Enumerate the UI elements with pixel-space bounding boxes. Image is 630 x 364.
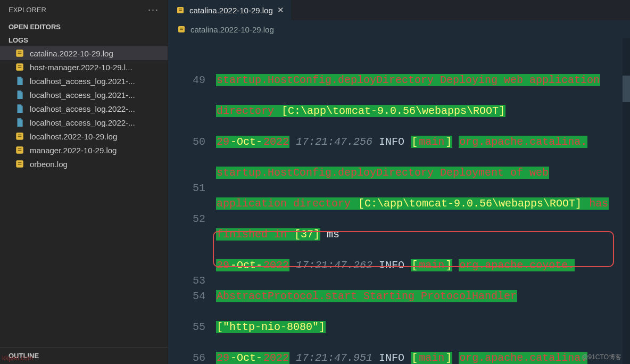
file-name: localhost_access_log.2022-... [30,118,135,127]
log-icon [15,145,24,155]
file-icon [15,118,24,127]
watermark2: kkpan.com [2,354,33,362]
file-item[interactable]: localhost_access_log.2021-... [0,88,168,102]
svg-rect-11 [18,150,22,151]
breadcrumb-label: catalina.2022-10-29.log [190,25,274,34]
explorer-header: EXPLORER ··· [0,0,168,20]
file-icon [15,90,24,100]
editor-area: catalina.2022-10-29.log ✕ catalina.2022-… [168,0,630,364]
file-item[interactable]: catalina.2022-10-29.log [0,46,168,60]
gutter: 49 50 51 52 53 54 55 56 [168,38,216,364]
file-name: localhost_access_log.2021-... [30,90,135,100]
log-icon [176,5,185,15]
file-name: localhost.2022-10-29.log [30,132,117,141]
file-item[interactable]: localhost.2022-10-29.log [0,129,168,143]
log-icon [177,24,186,34]
explorer-title: EXPLORER [9,6,46,14]
scrollbar[interactable] [623,38,630,364]
tab-label: catalina.2022-10-29.log [189,6,273,15]
file-name: orbeon.log [30,160,68,169]
file-name: host-manager.2022-10-29.l... [30,63,132,72]
file-item[interactable]: localhost_access_log.2022-... [0,102,168,115]
svg-rect-16 [179,9,182,9]
open-editors-section[interactable]: OPEN EDITORS [0,20,168,34]
tab-catalina-log[interactable]: catalina.2022-10-29.log ✕ [168,0,292,20]
svg-rect-8 [18,136,22,137]
file-icon [15,104,24,113]
tab-bar: catalina.2022-10-29.log ✕ [168,0,630,20]
file-item[interactable]: manager.2022-10-29.log [0,143,168,157]
file-list: catalina.2022-10-29.loghost-manager.2022… [0,46,168,171]
svg-rect-5 [18,67,22,68]
svg-rect-20 [180,29,183,30]
scrollbar-thumb[interactable] [623,76,630,102]
logs-section[interactable]: LOGS [0,34,168,46]
file-item[interactable]: host-manager.2022-10-29.l... [0,60,168,74]
svg-rect-1 [18,52,22,53]
svg-rect-7 [18,135,22,136]
svg-rect-17 [179,10,182,11]
log-icon [15,159,24,169]
log-icon [15,131,24,141]
svg-rect-14 [18,164,22,165]
watermark: @91CTO博客 [582,353,621,362]
close-icon[interactable]: ✕ [277,5,284,15]
svg-rect-13 [18,162,22,163]
more-icon[interactable]: ··· [148,4,159,15]
file-icon [15,76,24,86]
file-name: localhost_access_log.2022-... [30,104,135,113]
file-name: catalina.2022-10-29.log [30,49,113,58]
svg-rect-19 [180,28,183,28]
code-content[interactable]: startup.HostConfig.deployDirectory Deplo… [216,38,630,364]
file-item[interactable]: localhost_access_log.2021-... [0,74,168,88]
file-name: localhost_access_log.2021-... [30,77,135,86]
editor[interactable]: 49 50 51 52 53 54 55 56 startup.HostConf… [168,38,630,364]
svg-rect-10 [18,148,22,150]
file-name: manager.2022-10-29.log [30,146,117,155]
log-icon [15,62,24,72]
file-item[interactable]: localhost_access_log.2022-... [0,115,168,129]
svg-rect-4 [18,65,22,67]
svg-rect-2 [18,53,22,54]
file-item[interactable]: orbeon.log [0,157,168,171]
log-icon [15,48,24,58]
breadcrumb[interactable]: catalina.2022-10-29.log [168,20,630,38]
sidebar: EXPLORER ··· OPEN EDITORS LOGS catalina.… [0,0,168,364]
